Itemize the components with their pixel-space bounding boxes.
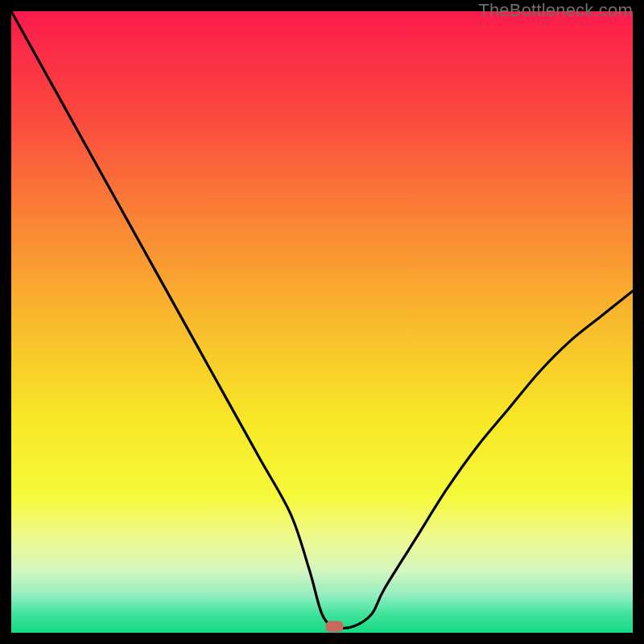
optimal-point-marker bbox=[325, 621, 343, 632]
bottleneck-chart bbox=[11, 11, 633, 633]
chart-background bbox=[11, 11, 633, 633]
chart-frame bbox=[11, 11, 633, 633]
watermark-text: TheBottleneck.com bbox=[478, 0, 633, 21]
